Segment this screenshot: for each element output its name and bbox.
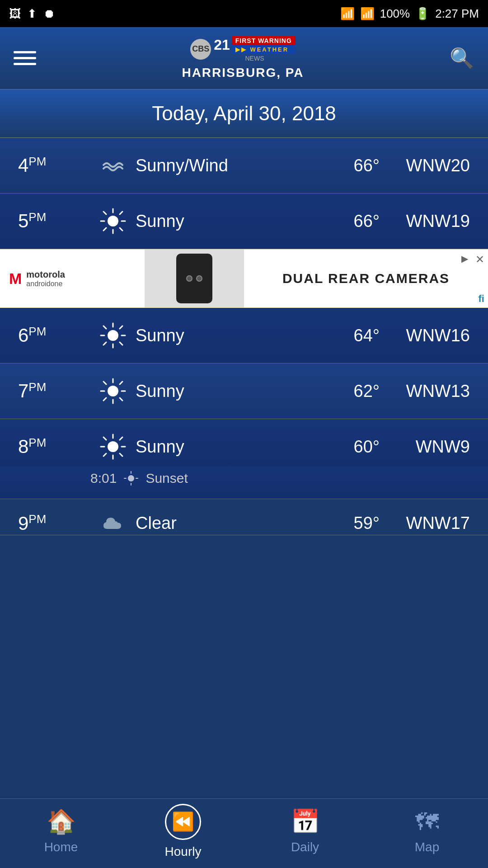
nav-hourly[interactable]: ⏪ Hourly: [122, 804, 244, 863]
icon-wind: [90, 152, 136, 179]
time-6pm: 6PM: [18, 325, 90, 346]
condition-6pm: Sunny: [136, 326, 321, 345]
sync-icon: ⏺: [43, 7, 55, 21]
temp-5pm: 66°: [321, 212, 380, 231]
app-header: CBS 21 FIRST WARNING ▶▶ WEATHER NEWS HAR…: [0, 27, 488, 90]
svg-point-9: [108, 330, 118, 341]
ad-play-icon[interactable]: ▶: [461, 253, 468, 264]
bottom-navigation: 🏠 Home ⏪ Hourly 📅 Daily 🗺 Map: [0, 798, 488, 868]
condition-8pm: Sunny: [136, 437, 321, 457]
weather-label: ▶▶ WEATHER: [232, 45, 296, 54]
temp-8pm: 60°: [321, 437, 380, 457]
time-8pm: 8PM: [18, 436, 90, 458]
ad-headline: DUAL REAR CAMERAS: [282, 271, 450, 286]
time-display: 2:27 PM: [435, 7, 479, 21]
home-label: Home: [44, 840, 78, 854]
daily-icon: 📅: [291, 808, 320, 835]
svg-line-16: [120, 326, 122, 329]
svg-line-7: [120, 212, 122, 214]
condition-7pm: Sunny: [136, 382, 321, 401]
icon-9pm: [90, 512, 136, 535]
temp-9pm: 59°: [321, 514, 380, 533]
icon-sun-6pm: [90, 322, 136, 349]
svg-line-32: [103, 437, 106, 440]
weather-row-4pm[interactable]: 4PM Sunny/Wind 66° WNW20: [0, 138, 488, 193]
wind-5pm: WNW19: [380, 212, 470, 231]
motorola-text: motorola: [26, 269, 65, 280]
weather-row-9pm-partial: 9PM Clear 59° WNW17: [0, 499, 488, 535]
svg-line-26: [103, 398, 106, 401]
upload-icon: ⬆: [27, 7, 37, 21]
sunset-label: Sunset: [145, 471, 188, 486]
wifi-icon: 📶: [340, 7, 355, 21]
sunset-row: 8:01 Sunset: [0, 466, 488, 499]
wind-7pm: WNW13: [380, 382, 470, 401]
photo-icon: 🖼: [9, 7, 21, 21]
weather-row-5pm[interactable]: 5PM Sunny 66° WNW19: [0, 193, 488, 249]
nav-home[interactable]: 🏠 Home: [0, 808, 122, 859]
logo-container: CBS 21 FIRST WARNING ▶▶ WEATHER NEWS: [190, 36, 296, 62]
condition-4pm: Sunny/Wind: [136, 156, 321, 175]
news-label: NEWS: [214, 55, 296, 62]
hourly-circle-icon: ⏪: [165, 804, 201, 840]
sunset-icon: [124, 471, 138, 486]
wind-9pm: WNW17: [380, 514, 470, 533]
svg-line-5: [103, 212, 106, 214]
svg-line-23: [103, 382, 106, 384]
sunset-time: 8:01: [90, 471, 117, 486]
map-icon: 🗺: [415, 808, 439, 835]
weather-row-6pm[interactable]: 6PM Sunny 64° WNW16: [0, 308, 488, 363]
svg-line-15: [120, 342, 122, 345]
ad-close-button[interactable]: ✕: [475, 253, 484, 266]
temp-4pm: 66°: [321, 156, 380, 175]
wind-6pm: WNW16: [380, 326, 470, 345]
weather-row-7pm[interactable]: 7PM Sunny 62° WNW13: [0, 363, 488, 419]
time-7pm: 7PM: [18, 380, 90, 402]
svg-point-27: [108, 441, 118, 452]
svg-line-24: [120, 398, 122, 401]
search-button[interactable]: 🔍: [450, 47, 474, 70]
date-text: Today, April 30, 2018: [152, 102, 336, 124]
battery-text: 100%: [380, 7, 410, 21]
svg-line-34: [120, 437, 122, 440]
condition-5pm: Sunny: [136, 212, 321, 231]
svg-line-6: [120, 228, 122, 231]
status-bar: 🖼 ⬆ ⏺ 📶 📶 100% 🔋 2:27 PM: [0, 0, 488, 27]
svg-point-0: [108, 216, 118, 226]
daily-label: Daily: [291, 840, 319, 854]
svg-line-25: [120, 382, 122, 384]
svg-point-36: [128, 475, 134, 481]
temp-7pm: 62°: [321, 382, 380, 401]
ad-banner: M motorola androidone DUAL REAR CAMERAS …: [0, 249, 488, 308]
svg-line-14: [103, 326, 106, 329]
nav-map[interactable]: 🗺 Map: [366, 808, 488, 859]
location-text: HARRISBURG, PA: [182, 66, 304, 80]
ad-badge: fi: [479, 293, 484, 305]
time-5pm: 5PM: [18, 210, 90, 232]
time-9pm: 9PM: [18, 512, 90, 534]
menu-button[interactable]: [14, 51, 36, 65]
svg-line-33: [120, 453, 122, 456]
battery-icon: 🔋: [415, 7, 430, 21]
cbs-logo: CBS: [190, 39, 211, 60]
svg-line-35: [103, 453, 106, 456]
map-label: Map: [415, 840, 439, 854]
time-4pm: 4PM: [18, 155, 90, 176]
svg-point-18: [108, 386, 118, 396]
nav-daily[interactable]: 📅 Daily: [244, 808, 366, 859]
icon-sun-5pm: [90, 208, 136, 234]
svg-line-17: [103, 342, 106, 345]
condition-9pm: Clear: [136, 514, 321, 533]
hourly-label: Hourly: [165, 844, 202, 859]
wind-8pm: WNW9: [380, 437, 470, 457]
signal-icon: 📶: [360, 7, 375, 21]
weather-row-8pm[interactable]: 8PM Sunny 60° WNW9: [0, 419, 488, 466]
first-warning-label: FIRST WARNING: [232, 36, 296, 45]
icon-sun-8pm: [90, 434, 136, 460]
icon-sun-7pm: [90, 378, 136, 404]
header-center: CBS 21 FIRST WARNING ▶▶ WEATHER NEWS HAR…: [182, 36, 304, 80]
android-one-text: androidone: [26, 280, 65, 288]
date-banner: Today, April 30, 2018: [0, 90, 488, 138]
svg-line-8: [103, 228, 106, 231]
moto-logo: M: [9, 270, 22, 288]
